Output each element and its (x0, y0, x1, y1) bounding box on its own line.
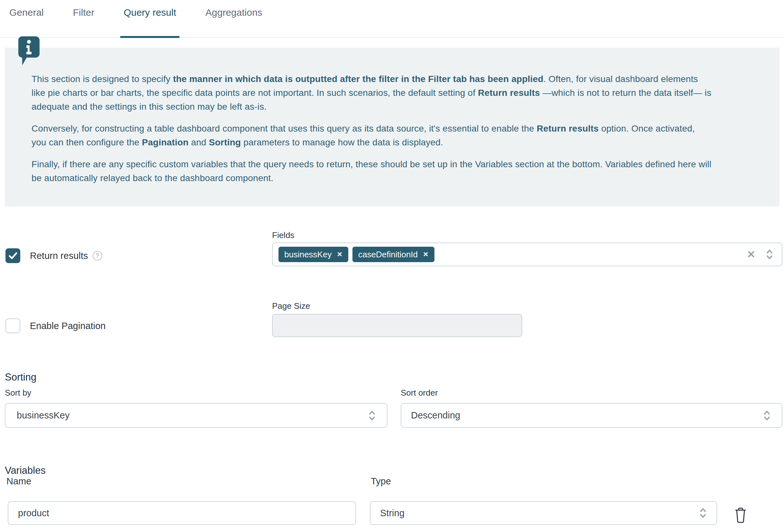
sort-order-value: Descending (411, 410, 460, 421)
delete-variable-button[interactable] (733, 507, 749, 524)
fields-multiselect[interactable]: businessKey ✕ caseDefinitionId ✕ ✕ (272, 243, 782, 266)
tab-bar: General Filter Query result Aggregations (0, 0, 784, 38)
tab-filter[interactable]: Filter (70, 0, 98, 38)
tab-general[interactable]: General (6, 0, 47, 38)
return-results-checkbox[interactable] (5, 248, 20, 263)
variable-name-value: product (18, 508, 49, 519)
chevron-updown-icon (368, 410, 376, 422)
trash-icon (733, 507, 749, 524)
info-bubble-icon (18, 36, 39, 67)
sort-order-label: Sort order (401, 388, 438, 398)
info-paragraph-3: Finally, if there are any specific custo… (31, 157, 712, 185)
enable-pagination-label: Enable Pagination (30, 321, 106, 331)
help-icon[interactable]: ? (93, 251, 102, 260)
sort-by-value: businessKey (17, 410, 69, 421)
variables-heading: Variables (5, 465, 46, 476)
sort-order-select[interactable]: Descending (401, 403, 782, 428)
fields-tag: businessKey ✕ (279, 247, 348, 262)
variable-name-label: Name (6, 476, 31, 487)
variable-type-select[interactable]: String (370, 501, 717, 525)
sort-by-label: Sort by (5, 388, 31, 398)
tab-aggregations[interactable]: Aggregations (202, 0, 265, 38)
fields-tag: caseDefinitionId ✕ (353, 247, 435, 262)
info-paragraph-2: Conversely, for constructing a table das… (31, 121, 712, 149)
page-size-input[interactable] (272, 314, 522, 337)
enable-pagination-checkbox[interactable] (5, 318, 20, 333)
sort-by-select[interactable]: businessKey (5, 403, 388, 428)
query-editor-panel: General Filter Query result Aggregations… (0, 0, 784, 532)
tab-query-result[interactable]: Query result (120, 0, 179, 38)
variable-type-label: Type (371, 476, 391, 487)
remove-tag-icon[interactable]: ✕ (337, 251, 342, 258)
return-results-row: Return results ? (5, 248, 102, 263)
clear-fields-icon[interactable]: ✕ (747, 248, 755, 260)
remove-tag-icon[interactable]: ✕ (423, 251, 429, 258)
chevron-updown-icon (765, 248, 774, 260)
variable-type-value: String (380, 508, 404, 519)
chevron-updown-icon (698, 507, 707, 519)
enable-pagination-row: Enable Pagination (5, 318, 106, 333)
variable-name-input[interactable]: product (8, 501, 356, 525)
fields-tag-label: businessKey (284, 250, 332, 259)
checkmark-icon (7, 250, 18, 261)
fields-label: Fields (272, 230, 294, 240)
info-callout: This section is designed to specify the … (5, 48, 780, 206)
sorting-heading: Sorting (5, 371, 36, 383)
info-paragraph-1: This section is designed to specify the … (31, 72, 712, 114)
page-size-label: Page Size (272, 301, 310, 311)
chevron-updown-icon (762, 410, 772, 422)
fields-tag-label: caseDefinitionId (358, 250, 418, 259)
return-results-label: Return results (30, 251, 88, 261)
